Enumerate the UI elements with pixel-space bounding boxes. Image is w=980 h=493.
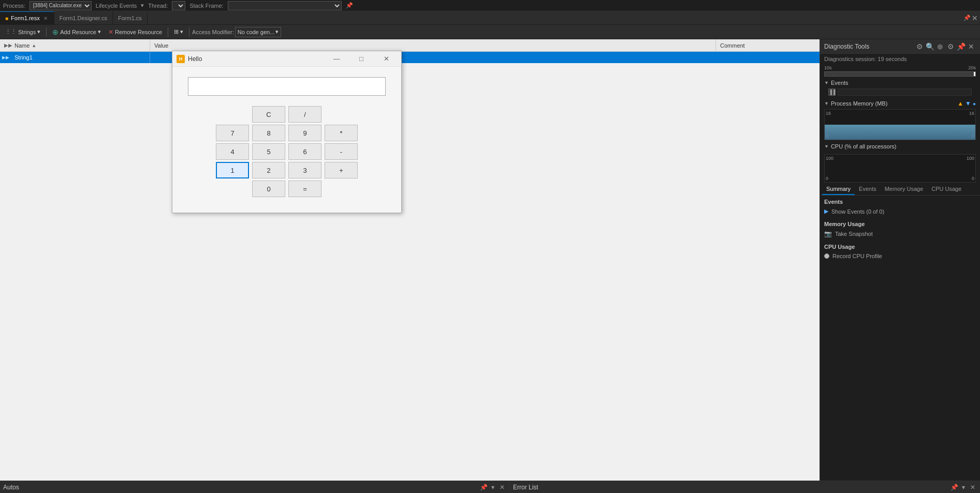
thread-label: Thread: [148, 3, 168, 9]
view-button[interactable]: ⊞ ▾ [171, 27, 186, 36]
calc-btn-div[interactable]: / [288, 106, 321, 123]
mem-filter-icon[interactable]: ▲ [957, 100, 963, 107]
diag-settings-btn[interactable]: ⚙ [946, 42, 955, 51]
timeline-cursor [974, 72, 975, 76]
calc-btn-2[interactable]: 2 [252, 162, 285, 178]
calc-title-text: Hello [188, 55, 323, 63]
tab-bar-pin[interactable]: 📌 [963, 14, 971, 21]
diag-search-btn[interactable]: 🔍 [925, 42, 934, 51]
cpu-section-header: ▼ CPU (% of all processors) [820, 141, 980, 153]
strings-dropdown-icon: ▾ [37, 28, 40, 35]
autos-pin-btn[interactable]: 📌 [479, 483, 488, 491]
strings-button[interactable]: ⋮⋮ Strings ▾ [2, 27, 43, 36]
tab-form1-cs-label: Form1.cs [118, 15, 142, 21]
calc-btn-sub[interactable]: - [325, 143, 358, 160]
access-modifier-chevron: ▾ [275, 28, 279, 35]
cpu-header[interactable]: ▼ CPU (% of all processors) [824, 143, 976, 150]
tab-form1-designer[interactable]: Form1.Designer.cs [54, 11, 113, 24]
tab-form1-resx[interactable]: ■ Form1.resx ✕ [0, 11, 54, 24]
autos-panel-header: Autos 📌 ▾ ✕ [0, 481, 509, 493]
calc-btn-8[interactable]: 8 [252, 125, 285, 141]
tab-bar-close[interactable]: ✕ [972, 14, 978, 22]
calc-btn-add[interactable]: + [325, 162, 358, 178]
add-resource-button[interactable]: ⊕ Add Resource ▾ [49, 27, 104, 37]
col-comment-label: Comment [720, 42, 745, 49]
diag-session-label: Diagnostics session: 19 seconds [820, 54, 980, 64]
tab-bar: ■ Form1.resx ✕ Form1.Designer.cs Form1.c… [0, 11, 980, 25]
calc-btn-eq[interactable]: = [288, 181, 321, 197]
diag-zoom-btn[interactable]: ⊕ [935, 42, 945, 51]
memory-graph: 16 0 16 0 [824, 109, 976, 140]
calculator-window: H Hello — □ ✕ C / 7 8 [172, 51, 402, 213]
add-resource-dropdown: ▾ [98, 28, 101, 35]
pause-bars: ▐▐ [829, 89, 836, 95]
resource-row-0[interactable]: ▶▶ String1 [0, 52, 820, 63]
cpu-label: CPU (% of all processors) [831, 143, 897, 150]
record-cpu-item[interactable]: Record CPU Profile [824, 252, 976, 260]
process-memory-icons: ▲ ▼ ● [957, 100, 976, 107]
add-resource-icon: ⊕ [52, 28, 58, 36]
calc-btn-3[interactable]: 3 [288, 162, 321, 178]
calc-btn-1[interactable]: 1 [216, 162, 249, 178]
diag-tab-summary[interactable]: Summary [822, 184, 855, 195]
process-select[interactable]: [3884] Calculator.exe [30, 1, 92, 10]
add-resource-label: Add Resource [60, 29, 96, 35]
diag-pin-btn[interactable]: 📌 [956, 42, 966, 51]
take-snapshot-item[interactable]: 📷 Take Snapshot [824, 229, 976, 238]
col-name-label: Name [14, 42, 30, 49]
autos-close-btn[interactable]: ✕ [498, 483, 506, 491]
row-name-text-0: String1 [14, 54, 33, 61]
tab-form1-designer-label: Form1.Designer.cs [60, 15, 107, 21]
error-dropdown-btn[interactable]: ▾ [959, 483, 968, 491]
mem-sort-icon[interactable]: ▼ [965, 100, 971, 107]
cpu-y-top-left: 100 [826, 156, 833, 161]
error-panel-header: Error List 📌 ▾ ✕ [510, 481, 980, 493]
stack-frame-select[interactable] [228, 1, 342, 10]
calc-btn-4[interactable]: 4 [216, 143, 249, 160]
col-header-comment: Comment [716, 39, 820, 51]
error-close-btn[interactable]: ✕ [969, 483, 977, 491]
bottom-panels: Autos 📌 ▾ ✕ 🔍 ▾ ◀ ▶ Search Depth: Name V… [0, 481, 980, 493]
calc-restore-btn[interactable]: □ [349, 51, 373, 67]
tab-form1-cs[interactable]: Form1.cs [113, 11, 148, 24]
calc-btn-c[interactable]: C [252, 106, 285, 123]
tab-form1-resx-label: Form1.resx [11, 15, 40, 21]
process-memory-section: ▼ Process Memory (MB) ▲ ▼ ● 16 0 16 0 [820, 99, 980, 141]
cpu-section: ▼ CPU (% of all processors) 100 0 100 0 [820, 141, 980, 184]
events-section-header[interactable]: ▼ Events [824, 80, 976, 86]
process-label: Process: [3, 3, 25, 9]
diag-tabs: Summary Events Memory Usage CPU Usage [820, 184, 980, 196]
diag-tab-memory-usage[interactable]: Memory Usage [881, 184, 928, 195]
show-events-item[interactable]: ▶ Show Events (0 of 0) [824, 207, 976, 216]
calc-close-btn[interactable]: ✕ [374, 51, 398, 67]
calc-btn-6[interactable]: 6 [288, 143, 321, 160]
diag-tab-cpu-label: CPU Usage [931, 186, 961, 192]
calc-btn-5[interactable]: 5 [252, 143, 285, 160]
access-modifier-dropdown[interactable]: No code gen... ▾ [235, 27, 282, 37]
calc-display[interactable] [188, 77, 386, 96]
diag-tab-events[interactable]: Events [855, 184, 881, 195]
calc-btn-mul[interactable]: * [325, 125, 358, 141]
strings-icon: ⋮⋮ [5, 28, 17, 35]
events-section: ▼ Events ▐▐ [820, 78, 980, 99]
row-expand-icon: ▶▶ [2, 55, 9, 60]
mem-circle-icon[interactable]: ● [973, 101, 976, 107]
diag-gear-btn[interactable]: ⚙ [915, 42, 924, 51]
diag-tab-cpu-usage[interactable]: CPU Usage [927, 184, 966, 195]
toolbar: ⋮⋮ Strings ▾ ⊕ Add Resource ▾ ✕ Remove R… [0, 25, 980, 39]
calc-btn-7[interactable]: 7 [216, 125, 249, 141]
diag-close-btn[interactable]: ✕ [967, 42, 976, 51]
calc-minimize-btn[interactable]: — [325, 51, 348, 67]
autos-dropdown-btn[interactable]: ▾ [489, 483, 497, 491]
calc-btn-9[interactable]: 9 [288, 125, 321, 141]
remove-resource-label: Remove Resource [115, 29, 162, 35]
take-snapshot-label: Take Snapshot [835, 231, 873, 237]
resource-editor: ▶▶ Name ▲ Value Comment ▶▶ String1 [0, 39, 820, 481]
error-pin-btn[interactable]: 📌 [950, 483, 958, 491]
calc-btn-0[interactable]: 0 [252, 181, 285, 197]
thread-select[interactable] [172, 1, 185, 10]
tab-form1-resx-close[interactable]: ✕ [42, 15, 49, 22]
timeline-bar[interactable] [824, 71, 976, 77]
remove-resource-button[interactable]: ✕ Remove Resource [105, 27, 165, 37]
error-title: Error List [513, 484, 538, 491]
